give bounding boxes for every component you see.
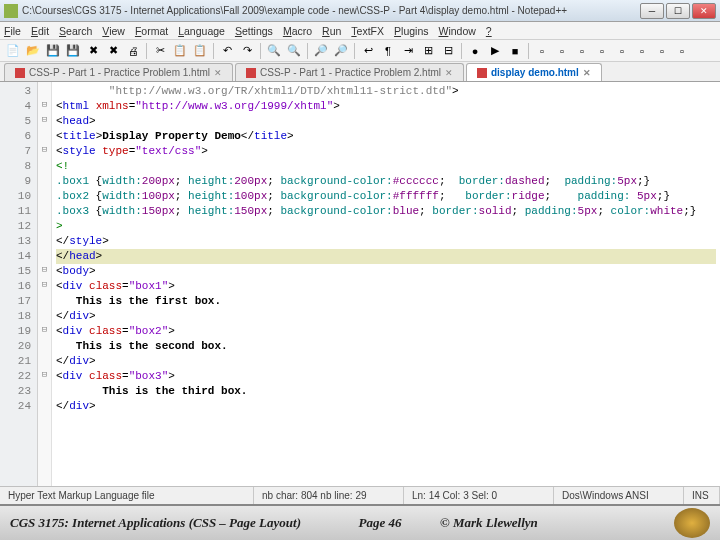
minimize-button[interactable]: ─ [640, 3, 664, 19]
close-button[interactable]: ✕ [692, 3, 716, 19]
code-line[interactable]: <title>Display Property Demo</title> [56, 129, 716, 144]
fold-toggle [38, 247, 51, 262]
menu-search[interactable]: Search [59, 25, 92, 37]
close-icon[interactable]: ✖ [84, 42, 102, 60]
code-line[interactable]: </div> [56, 354, 716, 369]
fold-toggle [38, 352, 51, 367]
menu-view[interactable]: View [102, 25, 125, 37]
code-line[interactable]: .box2 {width:100px; height:100px; backgr… [56, 189, 716, 204]
line-number: 9 [0, 174, 31, 189]
fold-toggle[interactable]: ⊟ [38, 142, 51, 157]
fold-gutter[interactable]: ⊟⊟⊟⊟⊟⊟⊟ [38, 82, 52, 486]
code-line[interactable]: This is the second box. [56, 339, 716, 354]
menu-plugins[interactable]: Plugins [394, 25, 428, 37]
code-line[interactable]: </div> [56, 309, 716, 324]
wrap-icon[interactable]: ↩ [359, 42, 377, 60]
status-insert-mode: INS [684, 487, 720, 504]
print-icon[interactable]: 🖨 [124, 42, 142, 60]
code-line[interactable]: <html xmlns="http://www.w3.org/1999/xhtm… [56, 99, 716, 114]
code-line[interactable]: </head> [56, 249, 716, 264]
fold-toggle[interactable]: ⊟ [38, 262, 51, 277]
tab-close-icon[interactable]: ✕ [214, 68, 222, 78]
code-line[interactable]: <body> [56, 264, 716, 279]
replace-icon[interactable]: 🔍 [285, 42, 303, 60]
code-line[interactable]: <div class="box1"> [56, 279, 716, 294]
code-line[interactable]: </style> [56, 234, 716, 249]
fold-toggle[interactable]: ⊟ [38, 112, 51, 127]
save-icon[interactable]: 💾 [44, 42, 62, 60]
fold-toggle[interactable]: ⊟ [38, 277, 51, 292]
close-all-icon[interactable]: ✖ [104, 42, 122, 60]
rec-icon[interactable]: ● [466, 42, 484, 60]
fold-toggle[interactable]: ⊟ [38, 322, 51, 337]
fold-toggle[interactable]: ⊟ [38, 367, 51, 382]
zoom-out-icon[interactable]: 🔎 [332, 42, 350, 60]
status-encoding: Dos\Windows ANSI [554, 487, 684, 504]
chars-icon[interactable]: ¶ [379, 42, 397, 60]
code-line[interactable]: <style type="text/css"> [56, 144, 716, 159]
ucf-logo-icon [674, 508, 710, 538]
menu-file[interactable]: File [4, 25, 21, 37]
cut-icon[interactable]: ✂ [151, 42, 169, 60]
menu-format[interactable]: Format [135, 25, 168, 37]
fold-icon[interactable]: ⊞ [419, 42, 437, 60]
code-line[interactable]: .box1 {width:200px; height:200px; backgr… [56, 174, 716, 189]
p8-icon[interactable]: ▫ [673, 42, 691, 60]
code-line[interactable]: <div class="box2"> [56, 324, 716, 339]
line-number: 24 [0, 399, 31, 414]
line-number: 14 [0, 249, 31, 264]
menu-edit[interactable]: Edit [31, 25, 49, 37]
menu-window[interactable]: Window [438, 25, 475, 37]
p3-icon[interactable]: ▫ [573, 42, 591, 60]
menu-?[interactable]: ? [486, 25, 492, 37]
unfold-icon[interactable]: ⊟ [439, 42, 457, 60]
tab-0[interactable]: CSS-P - Part 1 - Practice Problem 1.html… [4, 63, 233, 81]
line-number: 22 [0, 369, 31, 384]
indent-icon[interactable]: ⇥ [399, 42, 417, 60]
paste-icon[interactable]: 📋 [191, 42, 209, 60]
menu-textfx[interactable]: TextFX [351, 25, 384, 37]
tab-close-icon[interactable]: ✕ [445, 68, 453, 78]
undo-icon[interactable]: ↶ [218, 42, 236, 60]
slide-footer: CGS 3175: Internet Applications (CSS – P… [0, 504, 720, 540]
p7-icon[interactable]: ▫ [653, 42, 671, 60]
play-icon[interactable]: ▶ [486, 42, 504, 60]
code-editor[interactable]: 3456789101112131415161718192021222324 ⊟⊟… [0, 82, 720, 486]
find-icon[interactable]: 🔍 [265, 42, 283, 60]
code-line[interactable]: This is the third box. [56, 384, 716, 399]
menu-run[interactable]: Run [322, 25, 341, 37]
zoom-in-icon[interactable]: 🔎 [312, 42, 330, 60]
fold-toggle[interactable]: ⊟ [38, 97, 51, 112]
open-icon[interactable]: 📂 [24, 42, 42, 60]
new-icon[interactable]: 📄 [4, 42, 22, 60]
p5-icon[interactable]: ▫ [613, 42, 631, 60]
stop-icon[interactable]: ■ [506, 42, 524, 60]
menu-language[interactable]: Language [178, 25, 225, 37]
p6-icon[interactable]: ▫ [633, 42, 651, 60]
tab-2[interactable]: display demo.html✕ [466, 63, 602, 81]
maximize-button[interactable]: ☐ [666, 3, 690, 19]
p4-icon[interactable]: ▫ [593, 42, 611, 60]
fold-toggle [38, 187, 51, 202]
copy-icon[interactable]: 📋 [171, 42, 189, 60]
tab-1[interactable]: CSS-P - Part 1 - Practice Problem 2.html… [235, 63, 464, 81]
code-line[interactable]: </div> [56, 399, 716, 414]
code-line[interactable]: <div class="box3"> [56, 369, 716, 384]
code-line[interactable]: This is the first box. [56, 294, 716, 309]
tab-close-icon[interactable]: ✕ [583, 68, 591, 78]
code-line[interactable]: "http://www.w3.org/TR/xhtml1/DTD/xhtml11… [56, 84, 716, 99]
p2-icon[interactable]: ▫ [553, 42, 571, 60]
code-line[interactable]: > [56, 219, 716, 234]
menu-settings[interactable]: Settings [235, 25, 273, 37]
line-number: 5 [0, 114, 31, 129]
p1-icon[interactable]: ▫ [533, 42, 551, 60]
tab-label: CSS-P - Part 1 - Practice Problem 1.html [29, 67, 210, 78]
code-area[interactable]: "http://www.w3.org/TR/xhtml1/DTD/xhtml11… [52, 82, 720, 486]
code-line[interactable]: <head> [56, 114, 716, 129]
code-line[interactable]: .box3 {width:150px; height:150px; backgr… [56, 204, 716, 219]
code-line[interactable]: <! [56, 159, 716, 174]
redo-icon[interactable]: ↷ [238, 42, 256, 60]
save-all-icon[interactable]: 💾 [64, 42, 82, 60]
line-number: 7 [0, 144, 31, 159]
menu-macro[interactable]: Macro [283, 25, 312, 37]
